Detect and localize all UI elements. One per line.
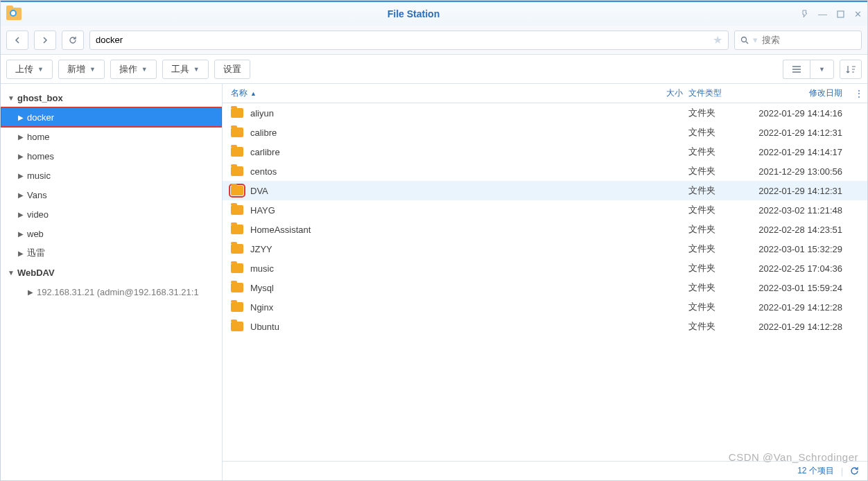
folder-icon — [231, 205, 243, 215]
table-row[interactable]: centos 文件夹 2021-12-29 13:00:56 — [223, 161, 867, 181]
sort-button[interactable] — [840, 60, 862, 79]
column-size[interactable]: 大小 — [650, 87, 688, 99]
tree-item[interactable]: ▶192.168.31.21 (admin@192.168.31.21:1 — [1, 282, 222, 301]
svg-point-1 — [742, 37, 747, 42]
file-date: 2022-01-29 14:12:28 — [737, 302, 855, 313]
file-name: music — [250, 263, 650, 274]
action-button[interactable]: 操作▼ — [110, 60, 157, 79]
folder-icon — [231, 147, 243, 157]
tree-root[interactable]: ▼ghost_box — [1, 88, 222, 107]
tree-item[interactable]: ▶home — [1, 127, 222, 146]
file-name: HAYG — [250, 205, 650, 216]
file-type: 文件夹 — [688, 126, 737, 139]
file-date: 2022-01-29 14:14:16 — [737, 108, 855, 119]
back-button[interactable] — [6, 30, 28, 50]
close-button[interactable]: ✕ — [854, 9, 862, 19]
upload-button[interactable]: 上传▼ — [6, 60, 53, 79]
folder-icon — [231, 128, 243, 137]
file-name: calibre — [250, 128, 650, 138]
file-date: 2022-03-01 15:59:24 — [737, 283, 855, 293]
window-title: File Station — [27, 8, 800, 19]
file-date: 2022-02-25 17:04:36 — [737, 263, 855, 274]
file-name: HomeAssistant — [250, 225, 650, 235]
view-list-button[interactable] — [783, 60, 810, 79]
tree-root[interactable]: ▼WebDAV — [1, 263, 222, 282]
maximize-button[interactable] — [837, 10, 844, 18]
folder-icon — [231, 283, 243, 292]
table-row[interactable]: HomeAssistant 文件夹 2022-02-28 14:23:51 — [223, 220, 867, 239]
file-name: Nginx — [250, 302, 650, 313]
file-name: aliyun — [250, 108, 650, 119]
table-row[interactable]: calibre 文件夹 2022-01-29 14:12:31 — [223, 123, 867, 142]
file-date: 2022-01-29 14:12:28 — [737, 322, 855, 332]
reload-button[interactable] — [62, 30, 84, 50]
table-row[interactable]: Mysql 文件夹 2022-03-01 15:59:24 — [223, 278, 867, 297]
tree-item[interactable]: ▶Vans — [1, 185, 222, 204]
favorite-icon[interactable]: ★ — [713, 33, 722, 46]
minimize-button[interactable]: — — [818, 9, 827, 19]
folder-icon — [231, 186, 243, 195]
folder-icon — [231, 244, 243, 254]
tools-button[interactable]: 工具▼ — [162, 60, 209, 79]
app-icon — [6, 8, 21, 20]
new-button[interactable]: 新增▼ — [58, 60, 105, 79]
tree-item[interactable]: ▶docker — [1, 107, 222, 127]
table-row[interactable]: aliyun 文件夹 2022-01-29 14:14:16 — [223, 103, 867, 123]
file-date: 2022-01-29 14:12:31 — [737, 186, 855, 196]
column-headers: 名称▲ 大小 文件类型 修改日期 ⋮ — [223, 84, 867, 103]
file-type: 文件夹 — [688, 107, 737, 119]
view-dropdown-button[interactable]: ▼ — [810, 60, 834, 79]
column-name[interactable]: 名称▲ — [223, 87, 650, 99]
table-row[interactable]: Nginx 文件夹 2022-01-29 14:12:28 — [223, 297, 867, 317]
tree-item[interactable]: ▶web — [1, 224, 222, 243]
file-type: 文件夹 — [688, 184, 737, 197]
folder-icon — [231, 108, 243, 118]
table-row[interactable]: HAYG 文件夹 2022-03-02 11:21:48 — [223, 200, 867, 220]
folder-icon — [231, 263, 243, 273]
tree-item[interactable]: ▶video — [1, 204, 222, 224]
search-input[interactable] — [762, 35, 868, 45]
tree-item[interactable]: ▶music — [1, 166, 222, 185]
file-name: JZYY — [250, 244, 650, 254]
file-date: 2022-03-02 11:21:48 — [737, 205, 855, 216]
column-type[interactable]: 文件类型 — [688, 87, 737, 99]
file-name: Ubuntu — [250, 322, 650, 332]
pin-icon[interactable] — [800, 10, 808, 18]
file-date: 2022-01-29 14:14:17 — [737, 147, 855, 157]
file-type: 文件夹 — [688, 243, 737, 255]
folder-icon — [231, 166, 243, 176]
file-type: 文件夹 — [688, 320, 737, 333]
file-date: 2021-12-29 13:00:56 — [737, 166, 855, 177]
file-name: DVA — [250, 186, 650, 196]
folder-icon — [231, 225, 243, 234]
forward-button[interactable] — [34, 30, 56, 50]
file-type: 文件夹 — [688, 165, 737, 177]
titlebar: File Station — ✕ — [1, 1, 867, 26]
file-type: 文件夹 — [688, 204, 737, 216]
toolbar: 上传▼ 新增▼ 操作▼ 工具▼ 设置 ▼ — [1, 55, 867, 84]
table-row[interactable]: carlibre 文件夹 2022-01-29 14:14:17 — [223, 142, 867, 161]
folder-icon — [231, 302, 243, 312]
file-name: carlibre — [250, 147, 650, 157]
file-name: Mysql — [250, 283, 650, 293]
tree-item[interactable]: ▶homes — [1, 146, 222, 166]
table-row[interactable]: JZYY 文件夹 2022-03-01 15:32:29 — [223, 239, 867, 259]
path-input-container: ★ — [89, 30, 729, 50]
table-row[interactable]: music 文件夹 2022-02-25 17:04:36 — [223, 259, 867, 278]
svg-rect-0 — [837, 11, 844, 17]
file-date: 2022-01-29 14:12:31 — [737, 128, 855, 138]
table-row[interactable]: DVA 文件夹 2022-01-29 14:12:31 — [223, 181, 867, 200]
path-input[interactable] — [96, 35, 713, 45]
file-date: 2022-02-28 14:23:51 — [737, 225, 855, 235]
statusbar-reload-icon[interactable] — [850, 466, 859, 475]
settings-button[interactable]: 设置 — [214, 60, 250, 79]
tree-item[interactable]: ▶迅雷 — [1, 243, 222, 263]
table-row[interactable]: Ubuntu 文件夹 2022-01-29 14:12:28 — [223, 317, 867, 336]
file-type: 文件夹 — [688, 262, 737, 274]
file-type: 文件夹 — [688, 281, 737, 294]
file-type: 文件夹 — [688, 146, 737, 158]
column-date[interactable]: 修改日期 — [737, 87, 855, 99]
file-name: centos — [250, 166, 650, 177]
search-box: ▾ — [734, 30, 862, 50]
column-more-icon[interactable]: ⋮ — [855, 89, 867, 98]
